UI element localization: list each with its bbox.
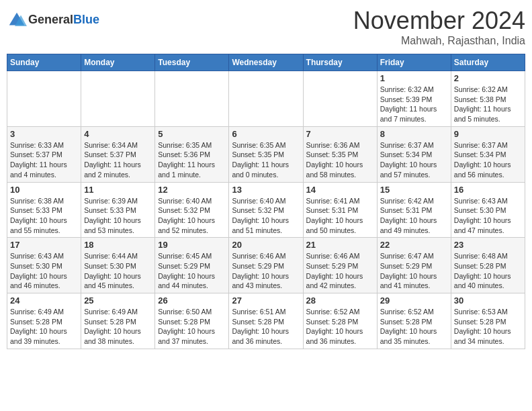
day-number: 19 [158,240,226,250]
calendar-cell: 10Sunrise: 6:38 AM Sunset: 5:33 PM Dayli… [7,182,81,238]
day-info: Sunrise: 6:46 AM Sunset: 5:29 PM Dayligh… [306,251,374,291]
calendar-cell: 11Sunrise: 6:39 AM Sunset: 5:33 PM Dayli… [81,182,155,238]
day-number: 14 [306,185,374,195]
day-number: 3 [10,129,78,139]
calendar-cell: 2Sunrise: 6:32 AM Sunset: 5:38 PM Daylig… [451,71,525,127]
title-block: November 2024 Mahwah, Rajasthan, India [353,7,525,47]
day-number: 12 [158,185,226,195]
day-info: Sunrise: 6:53 AM Sunset: 5:28 PM Dayligh… [454,307,522,347]
calendar-cell [155,71,229,127]
calendar-cell: 7Sunrise: 6:36 AM Sunset: 5:35 PM Daylig… [303,126,377,182]
calendar-cell [229,71,303,127]
day-info: Sunrise: 6:49 AM Sunset: 5:28 PM Dayligh… [84,307,152,347]
day-info: Sunrise: 6:32 AM Sunset: 5:39 PM Dayligh… [380,85,448,124]
day-number: 9 [454,129,522,139]
day-info: Sunrise: 6:41 AM Sunset: 5:31 PM Dayligh… [306,196,374,236]
day-number: 28 [306,295,374,306]
calendar-cell: 9Sunrise: 6:37 AM Sunset: 5:34 PM Daylig… [451,126,525,182]
page-header: GeneralBlue November 2024 Mahwah, Rajast… [7,7,525,47]
calendar-header: SundayMondayTuesdayWednesdayThursdayFrid… [7,54,525,71]
day-info: Sunrise: 6:47 AM Sunset: 5:29 PM Dayligh… [380,251,448,291]
calendar-cell: 16Sunrise: 6:43 AM Sunset: 5:30 PM Dayli… [451,182,525,238]
day-info: Sunrise: 6:43 AM Sunset: 5:30 PM Dayligh… [454,196,522,236]
day-number: 7 [306,129,374,139]
weekday-header-thursday: Thursday [303,54,377,71]
day-info: Sunrise: 6:37 AM Sunset: 5:34 PM Dayligh… [380,140,448,180]
day-number: 22 [380,240,448,250]
day-info: Sunrise: 6:46 AM Sunset: 5:29 PM Dayligh… [232,251,300,291]
day-info: Sunrise: 6:45 AM Sunset: 5:29 PM Dayligh… [158,251,226,291]
calendar-cell: 5Sunrise: 6:35 AM Sunset: 5:36 PM Daylig… [155,126,229,182]
month-title: November 2024 [353,7,525,35]
day-info: Sunrise: 6:51 AM Sunset: 5:28 PM Dayligh… [232,307,300,347]
calendar-cell: 1Sunrise: 6:32 AM Sunset: 5:39 PM Daylig… [377,71,451,127]
calendar-cell: 17Sunrise: 6:43 AM Sunset: 5:30 PM Dayli… [7,238,81,293]
weekday-header-sunday: Sunday [7,54,81,71]
day-info: Sunrise: 6:40 AM Sunset: 5:32 PM Dayligh… [232,196,300,236]
day-number: 27 [232,295,300,306]
day-info: Sunrise: 6:36 AM Sunset: 5:35 PM Dayligh… [306,140,374,180]
day-number: 13 [232,185,300,195]
day-number: 18 [84,240,152,250]
day-number: 17 [10,240,78,250]
calendar-week-2: 3Sunrise: 6:33 AM Sunset: 5:37 PM Daylig… [7,126,525,182]
day-number: 5 [158,129,226,139]
calendar-week-1: 1Sunrise: 6:32 AM Sunset: 5:39 PM Daylig… [7,71,525,127]
calendar-cell: 27Sunrise: 6:51 AM Sunset: 5:28 PM Dayli… [229,293,303,349]
calendar-cell: 30Sunrise: 6:53 AM Sunset: 5:28 PM Dayli… [451,293,525,349]
day-info: Sunrise: 6:38 AM Sunset: 5:33 PM Dayligh… [10,196,78,236]
day-info: Sunrise: 6:42 AM Sunset: 5:31 PM Dayligh… [380,196,448,236]
day-info: Sunrise: 6:35 AM Sunset: 5:36 PM Dayligh… [158,140,226,180]
calendar-cell: 28Sunrise: 6:52 AM Sunset: 5:28 PM Dayli… [303,293,377,349]
calendar-cell: 12Sunrise: 6:40 AM Sunset: 5:32 PM Dayli… [155,182,229,238]
calendar-week-4: 17Sunrise: 6:43 AM Sunset: 5:30 PM Dayli… [7,238,525,293]
day-info: Sunrise: 6:39 AM Sunset: 5:33 PM Dayligh… [84,196,152,236]
day-number: 25 [84,295,152,306]
calendar-cell: 20Sunrise: 6:46 AM Sunset: 5:29 PM Dayli… [229,238,303,293]
calendar-cell: 4Sunrise: 6:34 AM Sunset: 5:37 PM Daylig… [81,126,155,182]
calendar-cell: 6Sunrise: 6:35 AM Sunset: 5:35 PM Daylig… [229,126,303,182]
calendar-table: SundayMondayTuesdayWednesdayThursdayFrid… [7,54,525,349]
calendar-cell: 13Sunrise: 6:40 AM Sunset: 5:32 PM Dayli… [229,182,303,238]
day-number: 2 [454,73,522,83]
day-info: Sunrise: 6:52 AM Sunset: 5:28 PM Dayligh… [306,307,374,347]
day-number: 21 [306,240,374,250]
calendar-cell: 23Sunrise: 6:48 AM Sunset: 5:28 PM Dayli… [451,238,525,293]
day-info: Sunrise: 6:50 AM Sunset: 5:28 PM Dayligh… [158,307,226,347]
calendar-cell [81,71,155,127]
logo-text: GeneralBlue [28,13,99,27]
weekday-header-monday: Monday [81,54,155,71]
calendar-cell: 29Sunrise: 6:52 AM Sunset: 5:28 PM Dayli… [377,293,451,349]
day-info: Sunrise: 6:44 AM Sunset: 5:30 PM Dayligh… [84,251,152,291]
day-info: Sunrise: 6:37 AM Sunset: 5:34 PM Dayligh… [454,140,522,180]
day-number: 24 [10,295,78,306]
weekday-header-saturday: Saturday [451,54,525,71]
calendar-cell: 26Sunrise: 6:50 AM Sunset: 5:28 PM Dayli… [155,293,229,349]
day-number: 30 [454,295,522,306]
day-info: Sunrise: 6:52 AM Sunset: 5:28 PM Dayligh… [380,307,448,347]
calendar-cell: 24Sunrise: 6:49 AM Sunset: 5:28 PM Dayli… [7,293,81,349]
weekday-header-row: SundayMondayTuesdayWednesdayThursdayFrid… [7,54,525,71]
day-number: 15 [380,185,448,195]
calendar-cell [7,71,81,127]
day-info: Sunrise: 6:49 AM Sunset: 5:28 PM Dayligh… [10,307,78,347]
day-number: 23 [454,240,522,250]
day-info: Sunrise: 6:33 AM Sunset: 5:37 PM Dayligh… [10,140,78,180]
day-number: 8 [380,129,448,139]
day-number: 26 [158,295,226,306]
calendar-week-3: 10Sunrise: 6:38 AM Sunset: 5:33 PM Dayli… [7,182,525,238]
calendar-cell: 21Sunrise: 6:46 AM Sunset: 5:29 PM Dayli… [303,238,377,293]
day-number: 11 [84,185,152,195]
day-info: Sunrise: 6:35 AM Sunset: 5:35 PM Dayligh… [232,140,300,180]
calendar-body: 1Sunrise: 6:32 AM Sunset: 5:39 PM Daylig… [7,71,525,349]
weekday-header-friday: Friday [377,54,451,71]
day-info: Sunrise: 6:43 AM Sunset: 5:30 PM Dayligh… [10,251,78,291]
day-number: 20 [232,240,300,250]
day-number: 29 [380,295,448,306]
day-info: Sunrise: 6:34 AM Sunset: 5:37 PM Dayligh… [84,140,152,180]
calendar-cell: 19Sunrise: 6:45 AM Sunset: 5:29 PM Dayli… [155,238,229,293]
logo: GeneralBlue [7,10,99,30]
calendar-cell: 25Sunrise: 6:49 AM Sunset: 5:28 PM Dayli… [81,293,155,349]
calendar-cell: 15Sunrise: 6:42 AM Sunset: 5:31 PM Dayli… [377,182,451,238]
calendar-cell: 8Sunrise: 6:37 AM Sunset: 5:34 PM Daylig… [377,126,451,182]
